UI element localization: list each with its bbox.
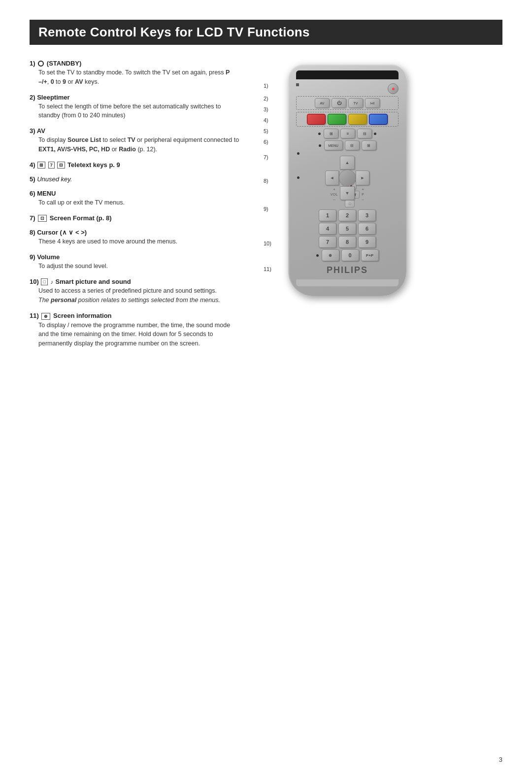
- row-dashed-top: AV ⏻ TV I•II: [296, 96, 399, 110]
- section-10-num: 10): [30, 278, 39, 285]
- power-button[interactable]: [388, 83, 399, 94]
- section-5-num: 5): [30, 175, 35, 183]
- label-9: 9): [264, 194, 276, 224]
- av-button[interactable]: AV: [315, 98, 330, 108]
- section-3-heading: AV: [37, 127, 45, 135]
- dot2: [374, 133, 376, 135]
- smart-pic-icon: □: [41, 278, 47, 285]
- section-6-title: 6) MENU: [30, 190, 241, 197]
- btn-tv[interactable]: TV: [348, 98, 363, 108]
- brand-name: PHILIPS: [296, 265, 399, 275]
- section-10-body: Used to access a series of predefined pi…: [38, 286, 241, 305]
- num-7[interactable]: 7: [319, 236, 336, 248]
- num-5[interactable]: 5: [338, 223, 356, 235]
- nav-cluster-row: ▲ ◄ ► ▼: [296, 156, 399, 179]
- label-4: 4): [264, 115, 276, 126]
- teletext-icon-3: ⊟: [57, 162, 65, 169]
- teletext-icon-1: ⊞: [37, 162, 45, 169]
- section-4-heading: Teletext keys p. 9: [67, 161, 120, 169]
- screen-info-btn[interactable]: ⊕: [322, 249, 339, 261]
- remote-body: AV ⏻ TV I•II: [288, 65, 406, 296]
- section-5-title: 5) Unused key.: [30, 175, 241, 183]
- teletext-btn1[interactable]: ⊞: [324, 129, 338, 138]
- section-11: 11) ⊕ Screen information To display / re…: [30, 312, 241, 348]
- section-10-title: 10) □ ♪ Smart picture and sound: [30, 278, 241, 286]
- section-2-num: 2): [30, 94, 35, 101]
- section-4-num: 4): [30, 161, 35, 169]
- remote-labels: 1) 2) 3) 4) 5) 6) 7) 8) 9) 10) 11): [264, 65, 278, 296]
- dot-row-7: [296, 152, 399, 155]
- section-8: 8) Cursor (∧ ∨ < >) These 4 keys are use…: [30, 229, 241, 246]
- nav-left-button[interactable]: ◄: [325, 170, 339, 185]
- label-3: 3): [264, 104, 276, 115]
- num-9[interactable]: 9: [358, 236, 376, 248]
- remote-wrapper: 1) 2) 3) 4) 5) 6) 7) 8) 9) 10) 11): [264, 65, 416, 296]
- nav-right-button[interactable]: ►: [356, 170, 369, 185]
- section-2-heading: Sleeptimer: [37, 94, 69, 101]
- page-number: 3: [499, 756, 502, 763]
- num-6[interactable]: 6: [358, 223, 376, 235]
- section-9-body: To adjust the sound level.: [38, 262, 241, 271]
- menu-button[interactable]: MENU: [324, 140, 343, 150]
- num-2[interactable]: 2: [338, 209, 356, 221]
- section-3-num: 3): [30, 127, 35, 135]
- red-button[interactable]: [307, 114, 326, 125]
- pip-toggle[interactable]: P+P: [361, 249, 379, 261]
- section-2-body: To select the length of time before the …: [38, 102, 241, 121]
- screen-format-icon: ⊡: [38, 215, 47, 222]
- teletext-btn3[interactable]: ⊟: [357, 129, 372, 138]
- section-1-num: 1): [30, 60, 35, 67]
- green-button[interactable]: [328, 114, 346, 125]
- section-10-heading: Smart picture and sound: [56, 278, 131, 285]
- section-3: 3) AV To display Source List to select T…: [30, 127, 241, 154]
- pip-button[interactable]: ⊞: [362, 140, 376, 150]
- section-1: 1) (STANDBY) To set the TV to standby mo…: [30, 60, 241, 87]
- btn-ii[interactable]: I•II: [365, 98, 380, 108]
- page-title: Remote Control Keys for LCD TV Functions: [30, 20, 502, 45]
- dot4: [297, 152, 299, 155]
- section-5-heading: Unused key.: [37, 175, 72, 183]
- section-8-heading: Cursor (∧ ∨ < >): [37, 229, 87, 236]
- section-7: 7) ⊡ Screen Format (p. 8): [30, 214, 241, 222]
- section-7-num: 7): [30, 214, 35, 222]
- screen-info-icon: ⊕: [41, 313, 50, 320]
- section-3-body: To display Source List to select TV or p…: [38, 136, 241, 154]
- nav-up-button[interactable]: ▲: [340, 156, 355, 170]
- smart-sound-icon: ♪: [50, 279, 53, 285]
- yellow-button[interactable]: [348, 114, 367, 125]
- label-6: 6): [264, 136, 276, 147]
- num-0[interactable]: 0: [341, 249, 359, 261]
- nav-down-button[interactable]: ▼: [340, 186, 355, 200]
- remote-bottom-bar: [296, 279, 399, 286]
- btn-power2[interactable]: ⏻: [332, 98, 346, 108]
- epg-button[interactable]: ⊟: [345, 140, 360, 150]
- nav-ok-button[interactable]: [339, 170, 356, 186]
- remote-top-bar: [296, 70, 399, 79]
- teletext-icon-2: 7: [48, 162, 55, 169]
- section-7-title: 7) ⊡ Screen Format (p. 8): [30, 214, 241, 222]
- section-7-heading: Screen Format (p. 8): [50, 214, 112, 222]
- left-column: 1) (STANDBY) To set the TV to standby mo…: [30, 60, 241, 355]
- section-8-body: These 4 keys are used to move around the…: [38, 237, 241, 246]
- small-btn-1[interactable]: □: [345, 200, 355, 207]
- section-2: 2) Sleeptimer To select the length of ti…: [30, 94, 241, 121]
- label-11: 11): [264, 263, 276, 275]
- teletext-btn2[interactable]: ≡: [340, 129, 355, 138]
- label-1: 1): [264, 79, 276, 93]
- blue-button[interactable]: [369, 114, 388, 125]
- num-4[interactable]: 4: [319, 223, 336, 235]
- num-8[interactable]: 8: [338, 236, 356, 248]
- page-container: Remote Control Keys for LCD TV Functions…: [0, 0, 532, 385]
- row-dashed-color: [296, 112, 399, 127]
- section-6-body: To call up or exit the TV menus.: [38, 198, 241, 207]
- section-4: 4) ⊞ 7 ⊟ Teletext keys p. 9: [30, 161, 241, 169]
- dot5: [297, 176, 299, 179]
- num-1[interactable]: 1: [319, 209, 336, 221]
- section-3-title: 3) AV: [30, 127, 241, 135]
- num-3[interactable]: 3: [358, 209, 376, 221]
- section-5: 5) Unused key.: [30, 175, 241, 183]
- section-11-heading: Screen information: [53, 312, 111, 319]
- section-9-heading: Volume: [37, 253, 60, 261]
- section-9: 9) Volume To adjust the sound level.: [30, 253, 241, 271]
- number-grid: 1 2 3 4 5 6 7 8: [296, 209, 399, 248]
